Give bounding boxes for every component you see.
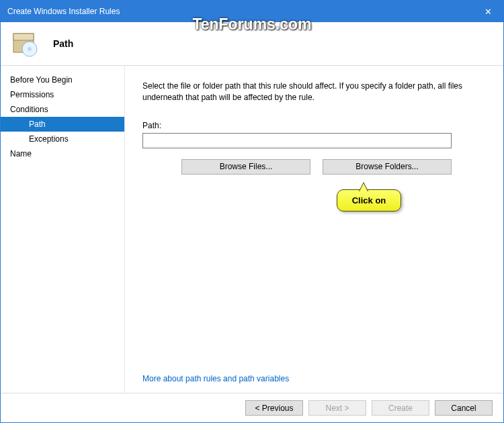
sidebar-label: Exceptions [29,134,69,144]
more-about-link[interactable]: More about path rules and path variables [142,374,289,383]
svg-rect-1 [13,34,34,40]
annotation-callout: Click on [337,189,401,211]
window-title: Create Windows Installer Rules [7,7,120,16]
close-icon: ✕ [485,7,492,17]
sidebar-item-name[interactable]: Name [1,146,124,161]
callout-text: Click on [352,195,386,205]
next-button: Next > [308,400,366,416]
wizard-sidebar: Before You Begin Permissions Conditions … [1,66,125,393]
sidebar-label: Name [10,149,32,158]
button-label: Cancel [451,404,476,413]
button-label: < Previous [255,404,293,413]
path-input[interactable] [142,133,452,148]
instruction-text: Select the file or folder path that this… [142,81,479,103]
sidebar-item-before-you-begin[interactable]: Before You Begin [1,73,124,87]
previous-button[interactable]: < Previous [245,400,303,416]
installer-icon [11,30,40,58]
page-title: Path [53,38,73,49]
titlebar: Create Windows Installer Rules ✕ [1,1,503,22]
browse-folders-button[interactable]: Browse Folders... [323,159,452,175]
browse-button-row: Browse Files... Browse Folders... [181,159,479,175]
button-label: Browse Folders... [355,162,418,171]
path-label: Path: [142,121,479,130]
sidebar-item-conditions[interactable]: Conditions [1,102,124,117]
button-label: Create [388,404,413,413]
sidebar-item-path[interactable]: Path [1,117,124,132]
sidebar-label: Before You Begin [10,75,73,85]
sidebar-label: Path [29,120,46,129]
wizard-content: Select the file or folder path that this… [125,66,503,393]
wizard-footer: < Previous Next > Create Cancel [1,393,503,422]
sidebar-label: Conditions [10,105,48,114]
button-label: Next > [325,404,349,413]
sidebar-item-permissions[interactable]: Permissions [1,87,124,102]
svg-point-3 [28,47,32,51]
browse-files-button[interactable]: Browse Files... [181,159,310,175]
wizard-window: Create Windows Installer Rules ✕ TenForu… [0,0,504,423]
close-button[interactable]: ✕ [473,1,503,22]
sidebar-item-exceptions[interactable]: Exceptions [1,132,124,146]
sidebar-label: Permissions [10,90,54,99]
button-label: Browse Files... [220,162,273,171]
wizard-header: Path [1,22,503,66]
wizard-body: Before You Begin Permissions Conditions … [1,66,503,393]
create-button: Create [372,400,429,416]
cancel-button[interactable]: Cancel [435,400,493,416]
